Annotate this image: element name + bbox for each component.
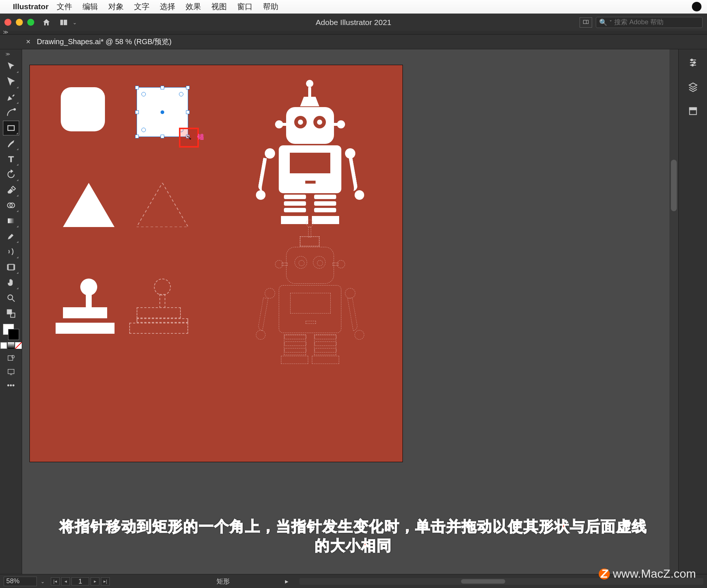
zoom-dropdown-icon[interactable]: ⌄ (41, 578, 45, 584)
curvature-tool[interactable] (3, 105, 19, 120)
canvas-area[interactable]: ⤡ 锚 (22, 49, 678, 574)
hand-tool[interactable] (3, 275, 19, 290)
chevron-down-icon[interactable]: ⌄ (73, 20, 77, 25)
arrange-documents-button[interactable] (57, 17, 70, 28)
shape-builder-tool[interactable] (3, 198, 19, 213)
menu-view[interactable]: 视图 (211, 1, 227, 12)
workspace-switcher-icon[interactable] (580, 17, 592, 28)
properties-panel-icon[interactable] (686, 56, 700, 69)
color-mode-row (0, 342, 22, 349)
layers-panel-icon[interactable] (686, 80, 700, 93)
watermark-logo-icon: Z (599, 568, 610, 580)
type-tool[interactable] (3, 152, 19, 166)
eyedropper-tool[interactable] (3, 229, 19, 244)
help-search[interactable]: 🔍˅ (596, 17, 703, 28)
macos-menubar: Illustrator 文件 编辑 对象 文字 选择 效果 视图 窗口 帮助 (0, 0, 707, 14)
tools-panel: ≫ ••• (0, 49, 22, 574)
live-corner-widget[interactable] (141, 92, 146, 96)
close-window-button[interactable] (4, 19, 11, 26)
menu-edit[interactable]: 编辑 (82, 1, 98, 12)
fill-stroke-indicator[interactable] (3, 324, 19, 340)
menubar-status-icon[interactable] (692, 2, 701, 11)
zoom-level-input[interactable]: 58% (4, 577, 37, 586)
watermark: Z www.MacZ.com (599, 567, 696, 581)
status-nav-arrow[interactable]: ▸ (285, 577, 288, 585)
libraries-panel-icon[interactable] (686, 105, 700, 118)
triangle-shape-solid[interactable] (63, 183, 115, 227)
menu-file[interactable]: 文件 (57, 1, 72, 12)
gradient-tool[interactable] (3, 213, 19, 228)
search-icon: 🔍 (599, 18, 607, 26)
app-name[interactable]: Illustrator (13, 2, 49, 11)
resize-handle-e[interactable] (186, 110, 190, 114)
color-mode-solid[interactable] (0, 342, 7, 349)
live-corner-widget[interactable] (179, 92, 183, 96)
resize-handle-s[interactable] (161, 135, 164, 138)
instruction-line1: 将指针移动到矩形的一个角上，当指针发生变化时，单击并拖动以使其形状与后面虚线 (15, 517, 692, 536)
vertical-scrollbar[interactable] (669, 49, 678, 574)
resize-handle-w[interactable] (135, 110, 139, 114)
artboard-number-input[interactable]: 1 (71, 577, 89, 585)
menu-object[interactable]: 对象 (108, 1, 124, 12)
scrollbar-thumb[interactable] (671, 160, 677, 211)
window-controls (4, 19, 34, 26)
menu-window[interactable]: 窗口 (237, 1, 253, 12)
paintbrush-tool[interactable] (3, 136, 19, 151)
help-search-input[interactable] (614, 18, 699, 26)
svg-point-23 (691, 59, 693, 61)
maximize-window-button[interactable] (27, 19, 34, 26)
first-artboard-button[interactable]: |◂ (51, 577, 60, 585)
draw-mode-button[interactable] (4, 353, 18, 364)
minimize-window-button[interactable] (16, 19, 23, 26)
pedestal-shape-solid[interactable] (63, 279, 115, 334)
pen-tool[interactable] (3, 90, 19, 105)
svg-rect-9 (8, 264, 14, 270)
stroke-swatch[interactable] (8, 329, 19, 340)
menu-effect[interactable]: 效果 (186, 1, 201, 12)
cursor-hint-label: 锚 (197, 132, 204, 141)
control-bar[interactable] (0, 31, 707, 35)
zoom-tool[interactable] (3, 291, 19, 305)
resize-handle-sw[interactable] (135, 135, 139, 138)
color-mode-gradient[interactable] (8, 342, 14, 349)
home-button[interactable] (41, 17, 52, 28)
selection-tool[interactable] (3, 59, 19, 74)
artboard-tool[interactable] (3, 260, 19, 274)
live-corner-widget[interactable] (141, 128, 146, 132)
toolbar-toggle-icon[interactable]: ≫ (6, 52, 17, 57)
close-tab-button[interactable]: ✕ (26, 38, 31, 45)
next-artboard-button[interactable]: ▸ (91, 577, 99, 585)
instruction-line2: 的大小相同 (15, 536, 692, 555)
menu-type[interactable]: 文字 (134, 1, 150, 12)
zoom-brush-tool[interactable] (3, 244, 19, 259)
resize-handle-nw[interactable] (135, 86, 139, 89)
resize-handle-n[interactable] (161, 86, 164, 89)
zoom-value: 58% (6, 577, 20, 585)
rounded-rectangle-shape[interactable] (61, 87, 105, 131)
edit-toolbar-button[interactable]: ••• (4, 381, 18, 391)
app-title: Adobe Illustrator 2021 (316, 18, 391, 27)
artboard[interactable]: ⤡ 锚 (29, 65, 403, 462)
swap-fill-stroke-icon[interactable] (3, 306, 19, 321)
screen-mode-button[interactable] (4, 366, 18, 378)
prev-artboard-button[interactable]: ◂ (61, 577, 70, 585)
direct-selection-tool[interactable] (3, 74, 19, 89)
rectangle-tool[interactable] (3, 121, 19, 135)
color-mode-none[interactable] (15, 342, 22, 349)
menu-help[interactable]: 帮助 (263, 1, 278, 12)
pedestal-shape-dashed[interactable] (137, 279, 188, 334)
svg-line-13 (12, 299, 15, 302)
svg-rect-0 (60, 20, 63, 25)
eraser-tool[interactable] (3, 183, 19, 197)
menu-select[interactable]: 选择 (160, 1, 175, 12)
app-window-chrome: ⌄ Adobe Illustrator 2021 🔍˅ (0, 14, 707, 31)
tutorial-instruction-overlay: 将指针移动到矩形的一个角上，当指针发生变化时，单击并拖动以使其形状与后面虚线 的… (0, 517, 707, 555)
last-artboard-button[interactable]: ▸| (101, 577, 110, 585)
robot-illustration-dashed[interactable] (247, 220, 372, 400)
rotate-tool[interactable] (3, 167, 19, 182)
triangle-shape-dashed[interactable] (137, 183, 188, 227)
resize-handle-ne[interactable] (186, 86, 190, 89)
document-tab[interactable]: Drawing_Shapes.ai* @ 58 % (RGB/预览) (37, 37, 172, 47)
svg-rect-29 (689, 108, 696, 110)
scrollbar-thumb[interactable] (461, 579, 505, 584)
